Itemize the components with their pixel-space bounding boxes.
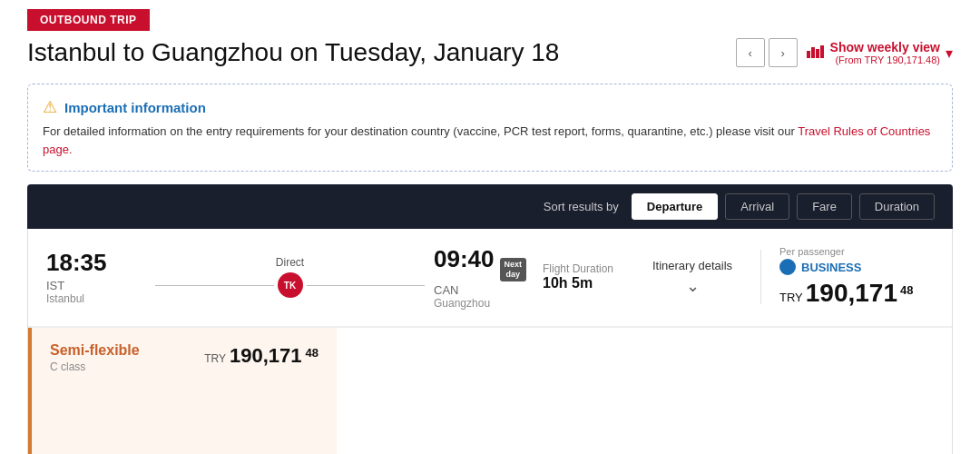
itinerary-section[interactable]: Itinerary details ⌄ xyxy=(633,259,751,296)
weekly-view-sub: (From TRY 190,171.48) xyxy=(830,54,940,65)
sort-duration-button[interactable]: Duration xyxy=(859,193,935,220)
business-label: BUSINESS xyxy=(801,261,861,274)
semi-flexible-card: Semi-flexible C class TRY 190,171 48 xyxy=(28,328,337,454)
info-box-text: For detailed information on the entry re… xyxy=(43,123,934,158)
fare-title: Semi-flexible xyxy=(50,342,140,359)
svg-rect-0 xyxy=(807,51,810,58)
arrive-time-row: 09:40 Next day xyxy=(434,245,534,281)
per-pax-label: Per passenger xyxy=(779,246,845,257)
price-main: 190,171 xyxy=(806,279,897,308)
duration-label: Flight Duration xyxy=(543,262,613,275)
prev-date-button[interactable]: ‹ xyxy=(736,38,765,67)
fare-class: C class xyxy=(50,360,140,373)
info-box-header: ⚠ Important information xyxy=(43,97,934,117)
duration-section: Flight Duration 10h 5m xyxy=(534,262,633,291)
page-title: Istanbul to Guangzhou on Tuesday, Januar… xyxy=(27,38,559,67)
header-controls: ‹ › Show weekly view (From TRY 190,171.4… xyxy=(736,38,953,67)
weekly-view-chevron-icon: ▾ xyxy=(946,44,953,62)
itinerary-chevron-icon[interactable]: ⌄ xyxy=(686,276,700,296)
depart-section: 18:35 IST Istanbul xyxy=(46,249,146,305)
fare-price-row: TRY 190,171 48 xyxy=(204,344,318,368)
depart-city: Istanbul xyxy=(46,292,146,305)
arrive-city: Guangzhou xyxy=(434,297,534,310)
depart-airport-code: IST xyxy=(46,279,146,292)
direct-label: Direct xyxy=(276,256,304,269)
arrive-time: 09:40 xyxy=(434,245,495,273)
svg-rect-1 xyxy=(811,47,815,58)
price-cents: 48 xyxy=(900,283,913,297)
fare-bottom-row: Semi-flexible C class TRY 190,171 48 Sel… xyxy=(28,327,952,454)
business-dot xyxy=(779,259,796,275)
bar-chart-icon xyxy=(807,44,825,62)
next-day-badge: Next day xyxy=(500,258,527,281)
sort-fare-button[interactable]: Fare xyxy=(797,193,852,220)
airline-logo: TK xyxy=(278,272,303,298)
arrive-section: 09:40 Next day CAN Guangzhou xyxy=(434,245,534,310)
outbound-badge: OUTBOUND TRIP xyxy=(27,9,150,31)
weekly-view-text: Show weekly view (From TRY 190,171.48) xyxy=(830,40,940,65)
fare-cents: 48 xyxy=(306,346,318,360)
sort-bar: Sort results by Departure Arrival Fare D… xyxy=(27,184,953,229)
sort-label: Sort results by xyxy=(544,200,619,213)
business-badge: BUSINESS xyxy=(779,259,861,275)
flight-main-row: 18:35 IST Istanbul Direct TK 09:40 Next … xyxy=(28,229,952,327)
card-divider xyxy=(760,250,761,304)
svg-rect-2 xyxy=(816,49,819,58)
nav-arrows: ‹ › xyxy=(736,38,798,67)
flight-path: Direct TK xyxy=(146,256,434,298)
sort-arrival-button[interactable]: Arrival xyxy=(725,193,789,220)
price-currency: TRY xyxy=(779,291,803,304)
airline-code: TK xyxy=(284,281,296,291)
weekly-view-button[interactable]: Show weekly view (From TRY 190,171.48) ▾ xyxy=(807,40,953,65)
path-line-left xyxy=(155,285,274,287)
fare-price: 190,171 xyxy=(230,344,302,368)
arrive-airport-code: CAN xyxy=(434,283,534,297)
price-row: TRY 190,171 48 xyxy=(779,279,913,308)
warning-icon: ⚠ xyxy=(43,97,57,117)
weekly-view-label: Show weekly view xyxy=(830,40,940,54)
important-info-box: ⚠ Important information For detailed inf… xyxy=(27,84,953,172)
info-box-title: Important information xyxy=(64,100,206,115)
path-line: TK xyxy=(155,272,425,298)
fare-currency: TRY xyxy=(204,352,226,365)
svg-rect-3 xyxy=(820,45,824,58)
next-date-button[interactable]: › xyxy=(769,38,798,67)
duration-value: 10h 5m xyxy=(543,275,593,291)
sort-departure-button[interactable]: Departure xyxy=(632,193,718,220)
flight-card: 18:35 IST Istanbul Direct TK 09:40 Next … xyxy=(27,229,953,454)
depart-time: 18:35 xyxy=(46,249,146,277)
itinerary-label: Itinerary details xyxy=(652,259,732,272)
price-section: Per passenger BUSINESS TRY 190,171 48 xyxy=(770,246,934,308)
path-line-right xyxy=(307,285,426,287)
header-row: Istanbul to Guangzhou on Tuesday, Januar… xyxy=(0,31,980,76)
